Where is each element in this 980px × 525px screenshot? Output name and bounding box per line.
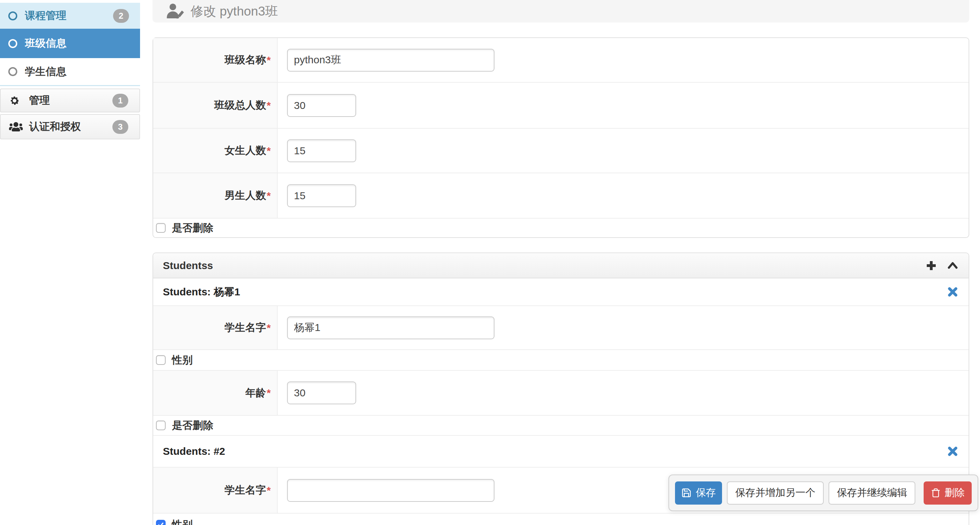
sidebar-item-label: 班级信息 [25,36,67,51]
student-sex-row: 性别 [153,349,969,370]
field-label: 班级总人数* [153,83,278,128]
add-inline-plus-icon[interactable] [925,259,937,272]
student-sex-checkbox-checked[interactable] [156,520,165,525]
field-label: 班级名称* [153,38,278,82]
student-item-title: Students: #2 [163,445,947,457]
student-name-input[interactable] [287,317,495,339]
circle-icon [8,11,17,21]
count-badge: 2 [113,9,129,23]
form-row-student-name: 学生名字* [153,305,969,349]
save-button[interactable]: 保存 [675,481,722,504]
save-icon [681,488,692,498]
student-sex-row: 性别 [153,513,969,525]
gear-icon [9,95,23,107]
circle-icon [8,39,17,48]
save-and-continue-button[interactable]: 保存并继续编辑 [829,481,915,504]
student-age-input[interactable] [287,382,356,404]
sidebar-group-label: 管理 [29,93,50,108]
save-and-add-button[interactable]: 保存并增加另一个 [727,481,824,504]
trash-icon [931,488,940,498]
count-badge: 1 [112,94,128,108]
checkbox-label: 性别 [172,353,192,367]
users-icon [9,121,23,133]
student-item-title: Students: 杨幂1 [163,285,947,299]
form-row-boys-count: 男生人数* [153,173,969,218]
form-row-girls-count: 女生人数* [153,128,969,173]
remove-inline-x-icon[interactable] [947,445,959,458]
page-header: 修改 python3班 [153,0,969,22]
field-label: 年龄* [153,371,278,415]
field-label: 女生人数* [153,129,278,173]
class-name-input[interactable] [287,49,495,72]
student-delete-checkbox[interactable] [156,420,165,430]
sidebar-group-auth[interactable]: 认证和授权 3 [0,114,140,139]
required-asterisk: * [267,145,271,157]
sidebar-item-class-info-selected[interactable]: 班级信息 [0,29,140,58]
collapse-chevron-up-icon[interactable] [947,259,959,272]
required-asterisk: * [267,322,271,334]
sidebar-item-label: 课程管理 [25,9,67,23]
sidebar-item-label: 学生信息 [25,65,67,79]
field-label: 男生人数* [153,173,278,218]
field-label: 学生名字* [153,306,278,349]
student-sex-checkbox[interactable] [156,355,165,365]
required-asterisk: * [267,190,271,202]
page-title: 修改 python3班 [191,3,278,20]
required-asterisk: * [267,100,271,111]
girls-count-input[interactable] [287,139,356,162]
checkbox-label: 是否删除 [172,221,213,235]
sidebar-item-course-admin[interactable]: 课程管理 2 [0,3,140,29]
class-delete-checkbox[interactable] [156,223,165,233]
student-delete-row: 是否删除 [153,415,969,435]
boys-count-input[interactable] [287,185,356,207]
field-label: 学生名字* [153,468,278,513]
class-total-input[interactable] [287,94,356,117]
sidebar-item-student-info[interactable]: 学生信息 [0,58,140,86]
user-edit-icon [165,2,184,21]
form-actions-toolbar: 保存 保存并增加另一个 保存并继续编辑 删除 [668,474,978,511]
sidebar-group-admin[interactable]: 管理 1 [0,89,140,112]
count-badge: 3 [112,120,128,134]
form-row-class-name: 班级名称* [153,38,969,82]
student-item-header: Students: 杨幂1 [153,278,969,305]
checkbox-label: 是否删除 [172,418,213,433]
class-delete-row: 是否删除 [153,218,969,237]
checkbox-label: 性别 [172,518,192,525]
students-panel-header: Studentss [153,253,969,278]
sidebar-group-label: 认证和授权 [29,120,81,134]
students-panel-title: Studentss [163,260,925,272]
circle-icon [8,67,17,76]
class-form-panel: 班级名称* 班级总人数* 女生人数* 男生人数* [153,37,969,238]
form-row-class-total: 班级总人数* [153,82,969,128]
required-asterisk: * [267,485,271,496]
remove-inline-x-icon[interactable] [947,286,959,298]
change-form-page: 课程管理 2 班级信息 学生信息 管理 1 认证和授权 3 [0,0,980,525]
student-name-input[interactable] [287,479,495,502]
delete-button[interactable]: 删除 [924,481,972,504]
required-asterisk: * [267,387,271,399]
required-asterisk: * [267,54,271,66]
form-row-student-age: 年龄* [153,370,969,415]
student-item-header: Students: #2 [153,435,969,467]
